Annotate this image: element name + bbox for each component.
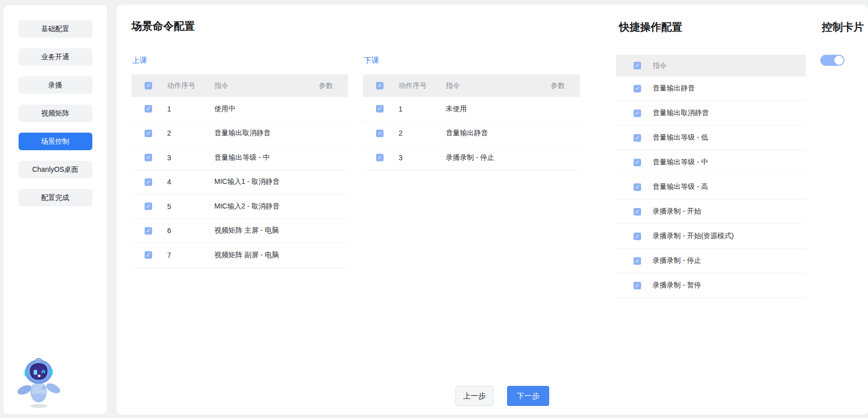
- table-row: 2 音量输出静音: [363, 122, 580, 146]
- command-text: 录播录制 - 暂停: [653, 281, 701, 290]
- action-seq: 7: [167, 251, 214, 259]
- class-end-table-header: 动作序号 指令 参数: [363, 74, 580, 97]
- row-checkbox-icon[interactable]: [634, 159, 641, 166]
- table-row: 2 音量输出取消静音: [132, 122, 348, 146]
- row-checkbox-icon[interactable]: [634, 183, 641, 191]
- action-seq: 5: [167, 202, 214, 211]
- column-header-action-seq: 动作序号: [399, 81, 446, 90]
- quick-ops-header: 指令: [616, 55, 806, 76]
- table-row: 3 录播录制 - 停止: [363, 146, 580, 170]
- page-title-scene-command-config: 场景命令配置: [132, 19, 195, 33]
- main-panel: 场景命令配置 上课 动作序号 指令 参数 1 使用中 2 音量输出取消静音 3 …: [116, 5, 868, 414]
- command-text: 录播录制 - 开始: [653, 207, 701, 216]
- column-header-param: 参数: [308, 81, 348, 90]
- command-text: 使用中: [214, 104, 308, 114]
- command-text: 音量输出静音: [653, 84, 695, 93]
- command-text: 音量输出等级 - 低: [653, 133, 708, 142]
- quick-ops-title: 快捷操作配置: [619, 20, 682, 34]
- sidebar-item-video-matrix[interactable]: 视频矩阵: [19, 104, 92, 122]
- class-end-table: 动作序号 指令 参数 1 未使用 2 音量输出静音 3 录播录制 - 停止: [363, 74, 580, 170]
- prev-step-button[interactable]: 上一步: [455, 386, 493, 406]
- list-item: 录播录制 - 暂停: [616, 273, 806, 298]
- select-all-checkbox-icon[interactable]: [376, 82, 384, 89]
- command-text: 录播录制 - 开始(资源模式): [653, 232, 734, 241]
- sidebar-item-config-complete[interactable]: 配置完成: [19, 189, 92, 206]
- command-text: MIC输入1 - 取消静音: [214, 177, 308, 186]
- action-seq: 3: [167, 154, 214, 162]
- command-text: 音量输出等级 - 中: [653, 158, 708, 167]
- section-label-class-end: 下课: [364, 56, 379, 65]
- command-text: 未使用: [446, 104, 540, 114]
- row-checkbox-icon[interactable]: [145, 178, 152, 186]
- sidebar-item-chanlyos-desktop[interactable]: ChanlyOS桌面: [19, 161, 92, 178]
- table-row: 3 音量输出等级 - 中: [132, 146, 348, 170]
- table-row: 5 MIC输入2 - 取消静音: [132, 194, 348, 219]
- sidebar: 基础配置 业务开通 录播 视频矩阵 场景控制 ChanlyOS桌面 配置完成: [4, 5, 107, 414]
- next-step-button[interactable]: 下一步: [507, 386, 549, 406]
- command-text: 音量输出取消静音: [653, 109, 709, 118]
- row-checkbox-icon[interactable]: [634, 134, 641, 142]
- action-seq: 3: [399, 154, 446, 162]
- row-checkbox-icon[interactable]: [634, 257, 641, 265]
- row-checkbox-icon[interactable]: [634, 110, 641, 117]
- row-checkbox-icon[interactable]: [634, 85, 641, 92]
- sidebar-item-business-activation[interactable]: 业务开通: [19, 48, 92, 66]
- command-text: 录播录制 - 停止: [653, 256, 701, 265]
- control-card-toggle[interactable]: [820, 55, 844, 66]
- list-item: 音量输出取消静音: [616, 101, 806, 126]
- action-seq: 1: [399, 105, 446, 113]
- column-header-command: 指令: [446, 81, 540, 90]
- table-row: 1 使用中: [132, 97, 348, 122]
- row-checkbox-icon[interactable]: [376, 154, 384, 161]
- action-seq: 2: [167, 129, 214, 137]
- action-seq: 1: [167, 105, 214, 113]
- command-text: 音量输出等级 - 高: [653, 182, 708, 191]
- class-start-table-header: 动作序号 指令 参数: [132, 74, 348, 97]
- row-checkbox-icon[interactable]: [634, 233, 641, 240]
- row-checkbox-icon[interactable]: [145, 105, 152, 113]
- select-all-checkbox-icon[interactable]: [634, 62, 641, 69]
- column-header-param: 参数: [540, 81, 580, 90]
- list-item: 录播录制 - 停止: [616, 249, 806, 273]
- list-item: 音量输出等级 - 中: [616, 150, 806, 175]
- row-checkbox-icon[interactable]: [634, 282, 641, 289]
- row-checkbox-icon[interactable]: [145, 251, 152, 259]
- list-item: 音量输出静音: [616, 76, 806, 101]
- command-text: 视频矩阵 主屏 - 电脑: [214, 226, 308, 235]
- sidebar-item-recording[interactable]: 录播: [19, 76, 92, 94]
- row-checkbox-icon[interactable]: [145, 154, 152, 161]
- row-checkbox-icon[interactable]: [634, 208, 641, 216]
- command-text: MIC输入2 - 取消静音: [214, 202, 308, 211]
- table-row: 4 MIC输入1 - 取消静音: [132, 170, 348, 195]
- action-seq: 6: [167, 227, 214, 235]
- class-start-table: 动作序号 指令 参数 1 使用中 2 音量输出取消静音 3 音量输出等级 - 中…: [132, 74, 348, 268]
- select-all-checkbox-icon[interactable]: [145, 82, 152, 89]
- command-text: 录播录制 - 停止: [446, 153, 540, 162]
- table-row: 1 未使用: [363, 97, 580, 122]
- action-seq: 2: [399, 129, 446, 137]
- row-checkbox-icon[interactable]: [376, 130, 384, 137]
- command-text: 视频矩阵 副屏 - 电脑: [214, 251, 308, 260]
- list-item: 音量输出等级 - 低: [616, 126, 806, 150]
- table-row: 7 视频矩阵 副屏 - 电脑: [132, 243, 348, 268]
- toggle-knob: [834, 56, 843, 65]
- column-header-command: 指令: [653, 61, 667, 70]
- command-text: 音量输出取消静音: [214, 129, 308, 138]
- sidebar-item-basic-config[interactable]: 基础配置: [19, 20, 92, 38]
- table-row: 6 视频矩阵 主屏 - 电脑: [132, 219, 348, 244]
- control-card-title: 控制卡片: [822, 20, 864, 34]
- list-item: 录播录制 - 开始: [616, 199, 806, 224]
- sidebar-item-scene-control[interactable]: 场景控制: [19, 133, 92, 150]
- command-text: 音量输出静音: [446, 129, 540, 138]
- robot-mascot-image: [14, 357, 64, 409]
- list-item: 音量输出等级 - 高: [616, 175, 806, 199]
- row-checkbox-icon[interactable]: [145, 130, 152, 137]
- quick-ops-table: 指令 音量输出静音 音量输出取消静音 音量输出等级 - 低 音量输出等级 - 中…: [616, 55, 806, 298]
- command-text: 音量输出等级 - 中: [214, 153, 308, 162]
- row-checkbox-icon[interactable]: [145, 227, 152, 235]
- row-checkbox-icon[interactable]: [376, 105, 384, 113]
- action-seq: 4: [167, 178, 214, 186]
- column-header-command: 指令: [214, 81, 308, 90]
- list-item: 录播录制 - 开始(资源模式): [616, 224, 806, 249]
- row-checkbox-icon[interactable]: [145, 202, 152, 210]
